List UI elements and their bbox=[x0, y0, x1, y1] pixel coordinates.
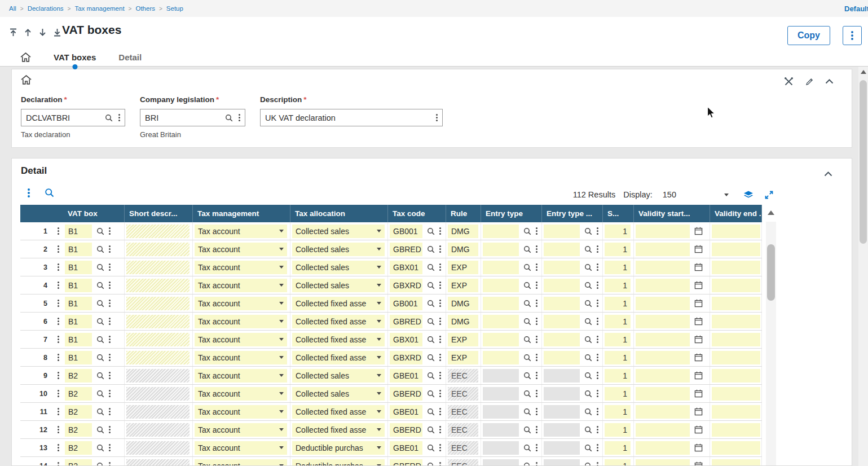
display-caret-icon[interactable] bbox=[724, 194, 729, 196]
validity-end-input[interactable] bbox=[712, 405, 760, 419]
vat-box-input[interactable]: B1 bbox=[65, 243, 92, 256]
validity-start-input[interactable] bbox=[636, 297, 690, 310]
calendar-icon[interactable] bbox=[694, 317, 703, 326]
section-home-icon[interactable] bbox=[21, 75, 32, 87]
cell-menu-icon[interactable] bbox=[536, 357, 537, 358]
cell-menu-icon[interactable] bbox=[439, 230, 441, 232]
row-number[interactable]: 3 bbox=[20, 258, 53, 276]
search-icon[interactable] bbox=[584, 372, 592, 380]
collapse-detail-icon[interactable] bbox=[824, 169, 832, 179]
tax-allocation-select[interactable]: Collected fixed asse bbox=[292, 297, 385, 310]
tax-code-input[interactable]: GBXRD bbox=[390, 279, 422, 292]
tax-management-select[interactable]: Tax account bbox=[195, 261, 287, 274]
row-number[interactable]: 2 bbox=[20, 240, 53, 258]
home-tab-icon[interactable] bbox=[20, 52, 31, 62]
entry-type-input[interactable] bbox=[483, 297, 519, 310]
search-icon[interactable] bbox=[523, 336, 531, 344]
search-icon[interactable] bbox=[427, 426, 435, 434]
s-input[interactable]: 1 bbox=[605, 405, 631, 419]
row-menu-icon[interactable] bbox=[53, 457, 63, 465]
s-input[interactable]: 1 bbox=[605, 441, 631, 455]
cell-menu-icon[interactable] bbox=[109, 248, 111, 250]
search-icon[interactable] bbox=[427, 354, 435, 362]
first-record-icon[interactable] bbox=[9, 28, 17, 37]
cell-menu-icon[interactable] bbox=[597, 393, 598, 394]
row-menu-icon[interactable] bbox=[53, 240, 63, 258]
validity-start-input[interactable] bbox=[636, 225, 690, 238]
cell-menu-icon[interactable] bbox=[109, 393, 111, 394]
search-icon[interactable] bbox=[523, 227, 531, 235]
s-input[interactable]: 1 bbox=[605, 369, 631, 383]
calendar-icon[interactable] bbox=[694, 281, 703, 289]
tax-allocation-select[interactable]: Collected sales bbox=[292, 225, 385, 238]
search-icon[interactable] bbox=[584, 282, 592, 289]
validity-start-input[interactable] bbox=[636, 441, 690, 455]
search-icon[interactable] bbox=[584, 354, 592, 362]
search-icon[interactable] bbox=[427, 444, 435, 452]
tax-management-select[interactable]: Tax account bbox=[195, 297, 287, 310]
row-number[interactable]: 9 bbox=[20, 367, 53, 384]
vat-box-input[interactable]: B2 bbox=[65, 369, 92, 383]
breadcrumb-item-tax-management[interactable]: Tax management bbox=[74, 5, 124, 12]
tax-management-select[interactable]: Tax account bbox=[195, 423, 287, 437]
search-icon[interactable] bbox=[523, 390, 531, 398]
row-number[interactable]: 5 bbox=[20, 294, 53, 312]
row-number[interactable]: 11 bbox=[20, 403, 53, 420]
search-icon[interactable] bbox=[523, 372, 531, 380]
s-input[interactable]: 1 bbox=[605, 225, 631, 238]
declaration-input[interactable]: DCLVATBRI bbox=[21, 109, 125, 126]
row-menu-icon[interactable] bbox=[53, 439, 63, 456]
tax-code-input[interactable]: GB001 bbox=[390, 225, 422, 238]
search-icon[interactable] bbox=[427, 390, 435, 398]
cell-menu-icon[interactable] bbox=[536, 393, 537, 394]
tax-code-input[interactable]: GBXRD bbox=[390, 351, 422, 364]
cell-menu-icon[interactable] bbox=[597, 375, 598, 376]
row-menu-icon[interactable] bbox=[53, 331, 63, 348]
search-icon[interactable] bbox=[225, 114, 233, 122]
validity-start-input[interactable] bbox=[636, 243, 690, 256]
search-icon[interactable] bbox=[96, 336, 104, 344]
vat-box-input[interactable]: B1 bbox=[65, 315, 92, 328]
tax-management-select[interactable]: Tax account bbox=[195, 459, 287, 466]
vat-box-input[interactable]: B2 bbox=[65, 387, 92, 401]
search-icon[interactable] bbox=[523, 263, 531, 271]
rule-input[interactable]: DMG bbox=[448, 297, 478, 310]
tax-code-input[interactable]: GBERD bbox=[390, 459, 422, 466]
tax-allocation-select[interactable]: Collected fixed asse bbox=[292, 351, 385, 364]
cell-menu-icon[interactable] bbox=[439, 429, 441, 430]
row-menu-icon[interactable] bbox=[53, 367, 63, 384]
row-menu-icon[interactable] bbox=[53, 313, 63, 330]
cell-menu-icon[interactable] bbox=[439, 338, 441, 340]
column-header-validity-end[interactable]: Validity end .. bbox=[710, 205, 762, 222]
cell-menu-icon[interactable] bbox=[597, 465, 598, 465]
column-header-short-desc[interactable]: Short descr... bbox=[125, 205, 193, 222]
row-number[interactable]: 4 bbox=[20, 276, 53, 294]
vat-box-input[interactable]: B1 bbox=[65, 351, 92, 364]
calendar-icon[interactable] bbox=[694, 407, 703, 416]
search-icon[interactable] bbox=[584, 318, 592, 326]
column-header-entry-type2[interactable]: Entry type ... bbox=[542, 205, 603, 222]
row-number[interactable]: 13 bbox=[20, 439, 53, 456]
tax-allocation-select[interactable]: Collected fixed asse bbox=[292, 423, 385, 437]
tax-management-select[interactable]: Tax account bbox=[195, 225, 287, 238]
company-legislation-input[interactable]: BRI bbox=[140, 109, 245, 126]
s-input[interactable]: 1 bbox=[605, 315, 631, 328]
s-input[interactable]: 1 bbox=[605, 333, 631, 346]
search-icon[interactable] bbox=[584, 408, 592, 416]
row-number[interactable]: 8 bbox=[20, 349, 53, 366]
search-icon[interactable] bbox=[523, 462, 531, 466]
tax-allocation-select[interactable]: Collected sales bbox=[292, 243, 385, 256]
column-header-vat-box[interactable]: VAT box bbox=[63, 205, 125, 222]
tax-management-select[interactable]: Tax account bbox=[195, 315, 287, 328]
validity-start-input[interactable] bbox=[636, 423, 690, 437]
vat-box-input[interactable]: B1 bbox=[65, 261, 92, 274]
customize-icon[interactable] bbox=[784, 77, 794, 86]
cell-menu-icon[interactable] bbox=[109, 338, 111, 340]
validity-end-input[interactable] bbox=[712, 459, 760, 466]
cell-menu-icon[interactable] bbox=[109, 266, 111, 268]
tax-code-input[interactable]: GB001 bbox=[390, 297, 422, 310]
entry-type2-input[interactable] bbox=[544, 405, 580, 419]
tax-allocation-select[interactable]: Collected sales bbox=[292, 261, 385, 274]
validity-start-input[interactable] bbox=[636, 261, 690, 274]
cell-menu-icon[interactable] bbox=[536, 338, 537, 340]
